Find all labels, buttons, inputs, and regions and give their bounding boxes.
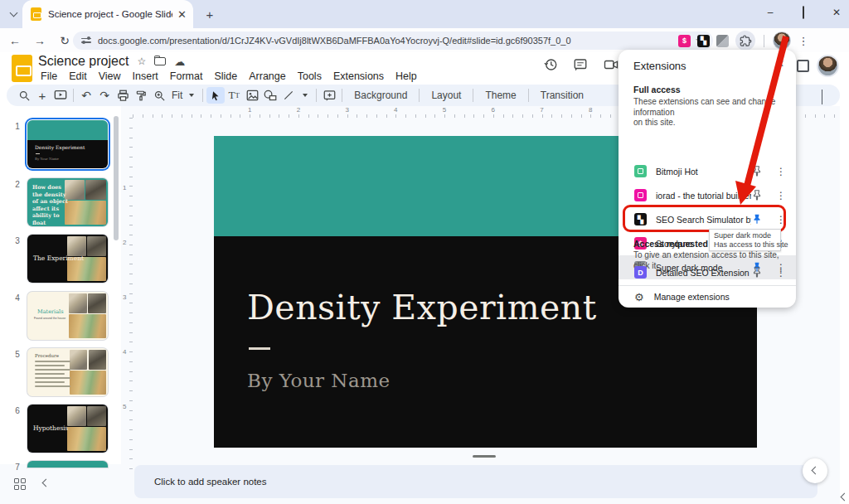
seo-simulator-icon[interactable]: ▚ xyxy=(697,35,710,47)
fit-dropdown-caret[interactable] xyxy=(189,94,194,97)
photo xyxy=(67,427,106,451)
extension-options-icon[interactable]: ⋮ xyxy=(776,190,784,201)
select-tool-icon[interactable] xyxy=(206,87,225,104)
extensions-menu-button[interactable] xyxy=(735,31,755,51)
filmstrip-scrollbar[interactable] xyxy=(114,116,119,240)
browser-menu-icon[interactable]: ⋮ xyxy=(798,35,809,47)
side-panel-toggle-button[interactable] xyxy=(803,458,827,483)
text-box-icon[interactable]: TT xyxy=(225,87,243,104)
meet-camera-icon[interactable] xyxy=(603,57,619,72)
theme-button[interactable]: Theme xyxy=(477,90,524,101)
extension-row-iorad-the-tutorial-builder[interactable]: iorad - the tutorial builder⋮ xyxy=(619,183,796,207)
new-tab-button[interactable]: + xyxy=(202,7,217,22)
speaker-notes-placeholder: Click to add speaker notes xyxy=(154,477,267,487)
minimize-button[interactable]: – xyxy=(764,7,776,18)
detailed-seo-icon: D xyxy=(634,266,647,279)
search-menus-icon[interactable] xyxy=(15,87,33,104)
slide-thumbnail-2[interactable]: How does the density of an object affect… xyxy=(27,178,108,226)
insert-comment-icon[interactable] xyxy=(320,87,338,104)
menu-extensions[interactable]: Extensions xyxy=(327,70,390,83)
thumb-title: How does the density of an object affect… xyxy=(32,184,70,226)
slide-byline-text[interactable]: By Your Name xyxy=(247,370,391,391)
slide-number: 7 xyxy=(12,463,23,472)
reload-button[interactable]: ↻ xyxy=(55,31,75,51)
version-history-icon[interactable] xyxy=(543,57,558,72)
slide-thumbnail-5[interactable]: Procedure xyxy=(27,348,108,396)
speaker-notes[interactable]: Click to add speaker notes xyxy=(134,465,817,498)
slide-title-text[interactable]: Density Experiment xyxy=(247,288,597,327)
pin-button[interactable] xyxy=(751,266,764,279)
menu-arrange[interactable]: Arrange xyxy=(243,70,291,83)
extension-options-icon[interactable]: ⋮ xyxy=(776,267,784,279)
hide-menus-button[interactable] xyxy=(822,90,830,99)
close-button[interactable]: ✕ xyxy=(831,7,842,18)
menu-edit[interactable]: Edit xyxy=(63,70,93,83)
menu-view[interactable]: View xyxy=(93,70,127,83)
site-settings-icon[interactable] xyxy=(81,36,91,46)
back-button[interactable]: ← xyxy=(5,31,25,51)
document-title[interactable]: Science project xyxy=(38,54,129,69)
access-requested-heading: Access requested xyxy=(633,239,708,249)
zoom-fit-label[interactable]: Fit xyxy=(172,90,182,101)
thumb-subtitle: Found around the house xyxy=(34,317,65,320)
insert-image-icon[interactable] xyxy=(243,87,261,104)
menu-file[interactable]: File xyxy=(35,70,63,83)
account-avatar[interactable] xyxy=(817,55,839,77)
tab-close-icon[interactable]: ✕ xyxy=(177,8,187,21)
extensions-panel-close-icon[interactable]: ✕ xyxy=(776,58,784,70)
paint-format-icon[interactable] xyxy=(132,87,150,104)
star-document-icon[interactable]: ☆ xyxy=(137,56,146,67)
grid-view-button[interactable] xyxy=(14,478,26,490)
super-dark-mode-icon[interactable] xyxy=(716,35,729,47)
slide-thumbnail-7[interactable] xyxy=(27,461,108,468)
notes-resize-handle[interactable] xyxy=(473,455,496,458)
menu-slide[interactable]: Slide xyxy=(208,70,243,83)
layout-button[interactable]: Layout xyxy=(423,90,469,101)
photo xyxy=(69,314,106,338)
redo-icon[interactable]: ↷ xyxy=(95,87,114,104)
tab-search-button[interactable] xyxy=(5,6,22,22)
menu-format[interactable]: Format xyxy=(164,70,209,83)
slide-thumbnail-4[interactable]: MaterialsFound around the house xyxy=(27,292,108,340)
insert-line-icon[interactable] xyxy=(279,87,298,104)
move-folder-icon[interactable] xyxy=(154,57,166,65)
forward-button[interactable]: → xyxy=(30,31,50,51)
google-slides-logo[interactable] xyxy=(12,55,32,82)
extension-row-detailed-seo-extension[interactable]: DDetailed SEO Extension⋮ xyxy=(619,260,796,284)
pin-button[interactable] xyxy=(751,189,764,202)
address-bar[interactable]: docs.google.com/presentation/d/1CrJZ4KV-… xyxy=(73,32,713,50)
extension-row-bitmoji-hot[interactable]: Bitmoji Hot⋮ xyxy=(619,159,796,183)
transition-button[interactable]: Transition xyxy=(532,90,592,101)
thumbnail-photo-collage xyxy=(70,350,106,395)
collapse-filmstrip-icon[interactable] xyxy=(42,479,51,487)
slide-number: 5 xyxy=(12,350,23,359)
menu-insert[interactable]: Insert xyxy=(127,70,164,83)
insert-shape-icon[interactable] xyxy=(261,87,279,104)
storylane-icon[interactable]: $ xyxy=(678,35,691,47)
menu-tools[interactable]: Tools xyxy=(292,70,327,83)
line-dropdown-caret[interactable] xyxy=(303,94,308,97)
comment-history-icon[interactable] xyxy=(573,57,588,72)
restore-button[interactable] xyxy=(798,7,809,18)
extension-options-icon[interactable]: ⋮ xyxy=(776,214,784,225)
zoom-icon[interactable] xyxy=(150,87,168,104)
pin-button[interactable] xyxy=(751,165,764,178)
slide-thumbnail-6[interactable]: Hypothesis xyxy=(27,405,108,453)
manage-extensions-button[interactable]: ⚙ Manage extensions xyxy=(619,286,796,308)
photo xyxy=(70,350,87,370)
slide-thumbnail-1[interactable]: Density ExperimentBy Your Name xyxy=(27,120,108,168)
present-button-icon[interactable] xyxy=(797,60,809,72)
print-icon[interactable] xyxy=(114,87,132,104)
slideshow-icon[interactable] xyxy=(51,87,70,104)
new-slide-icon[interactable]: + xyxy=(33,87,51,104)
extension-options-icon[interactable]: ⋮ xyxy=(776,166,784,177)
extension-row-seo-search-simulator-by-n[interactable]: ▚SEO Search Simulator by N...⋮ xyxy=(619,207,796,231)
browser-tab[interactable]: Science project - Google Slides ✕ xyxy=(22,0,193,28)
slide-thumbnail-3[interactable]: The Experiment xyxy=(27,235,108,283)
document-status-cloud-icon[interactable]: ☁ xyxy=(174,56,185,68)
undo-icon[interactable]: ↶ xyxy=(77,87,95,104)
profile-avatar[interactable] xyxy=(773,32,791,50)
background-button[interactable]: Background xyxy=(346,90,415,101)
pin-button[interactable] xyxy=(751,213,764,226)
menu-help[interactable]: Help xyxy=(390,70,423,83)
